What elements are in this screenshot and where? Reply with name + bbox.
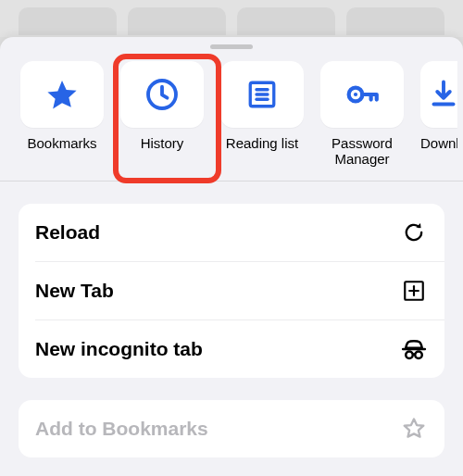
downloads-button[interactable]: Downl [420,61,457,168]
new-incognito-tab-button[interactable]: New incognito tab [19,320,444,378]
bookmarks-label: Bookmarks [27,135,96,151]
tab-stub [237,7,335,35]
sheet-grabber[interactable] [210,44,253,49]
key-icon [343,75,382,114]
incognito-icon [400,335,428,363]
star-outline-icon [400,415,428,443]
reload-icon [400,219,428,246]
download-icon [427,78,460,111]
history-label: History [141,135,184,151]
menu-section-2: Add to Bookmarks [19,400,444,457]
svg-point-12 [406,351,413,358]
history-button[interactable]: History [120,61,204,168]
password-manager-button[interactable]: Password Manager [320,61,404,168]
menu-sheet: Bookmarks History Reading list [0,37,463,476]
reload-label: Reload [35,221,100,244]
reading-list-button[interactable]: Reading list [220,61,304,168]
quick-actions-row: Bookmarks History Reading list [0,37,463,181]
new-tab-button[interactable]: New Tab [19,262,444,319]
tab-stub [19,7,117,35]
svg-point-13 [415,351,422,358]
plus-box-icon [400,277,428,305]
background-tabs [0,0,463,37]
star-filled-icon [44,77,80,112]
new-incognito-label: New incognito tab [35,338,203,360]
downloads-label: Downl [420,135,457,151]
bookmarks-button[interactable]: Bookmarks [20,61,104,168]
menu-section-1: Reload New Tab New incognito tab [19,204,444,378]
password-manager-label: Password Manager [332,135,393,168]
clock-icon [144,76,181,113]
divider [0,181,463,182]
reload-button[interactable]: Reload [19,204,444,261]
add-bookmarks-label: Add to Bookmarks [35,418,208,440]
svg-point-6 [354,93,357,96]
reading-list-label: Reading list [226,135,298,151]
list-icon [245,78,279,111]
new-tab-label: New Tab [35,280,114,302]
tab-stub [128,7,226,35]
tab-stub [346,7,444,35]
add-to-bookmarks-button[interactable]: Add to Bookmarks [19,400,444,457]
